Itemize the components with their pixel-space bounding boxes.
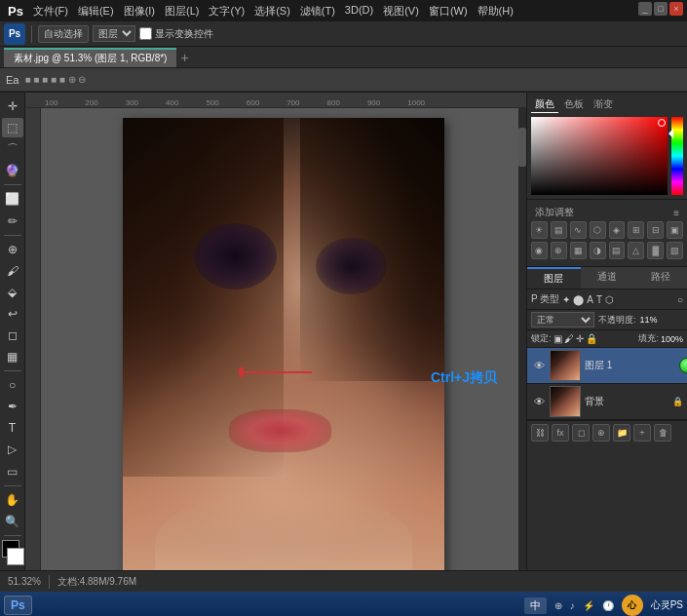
- shape-tool[interactable]: ▭: [2, 461, 23, 481]
- layer-adjustment-icon[interactable]: ⊕: [592, 424, 610, 442]
- filter-toggle[interactable]: ○: [677, 294, 683, 305]
- adj-checkbox[interactable]: ▣: [667, 221, 683, 239]
- show-transform-checkbox[interactable]: [139, 27, 152, 40]
- gradient-tool[interactable]: ▦: [2, 347, 23, 366]
- adjustments-expand[interactable]: ≡: [673, 208, 679, 218]
- fill-value[interactable]: 100%: [661, 334, 683, 344]
- taskbar-ps-label: Ps: [11, 598, 25, 612]
- adj-invert[interactable]: ◑: [590, 242, 606, 259]
- dodge-tool[interactable]: ○: [2, 375, 23, 395]
- taskbar-ps-item[interactable]: Ps: [4, 596, 32, 615]
- title-bar: Ps 文件(F) 编辑(E) 图像(I) 图层(L) 文字(Y) 选择(S) 滤…: [0, 0, 687, 21]
- pen-tool[interactable]: ✒: [2, 397, 23, 416]
- lock-all-icon[interactable]: 🔒: [586, 333, 597, 344]
- layer-1-visibility[interactable]: 👁: [531, 358, 547, 373]
- adj-curves[interactable]: ∿: [570, 221, 587, 239]
- color-hue-bar[interactable]: [671, 117, 683, 195]
- layer-mask-icon[interactable]: ◻: [572, 424, 590, 442]
- adj-selective-color[interactable]: ▧: [667, 242, 683, 259]
- lock-position-icon[interactable]: ✛: [576, 333, 584, 344]
- selection-tool[interactable]: ⬚: [2, 118, 23, 137]
- taskbar-ime[interactable]: 中: [524, 597, 547, 614]
- menu-text[interactable]: 文字(Y): [205, 4, 248, 19]
- color-gradient[interactable]: [531, 117, 668, 195]
- filter-icon-5[interactable]: ⬡: [605, 294, 614, 305]
- quick-select-tool[interactable]: 🔮: [2, 161, 23, 180]
- canvas-content[interactable]: [41, 108, 526, 570]
- adj-threshold[interactable]: △: [628, 242, 644, 259]
- menu-layer[interactable]: 图层(L): [161, 4, 203, 19]
- tab-paths[interactable]: 路径: [633, 267, 687, 289]
- brush-tool[interactable]: 🖌: [2, 261, 23, 281]
- filter-icon-3[interactable]: A: [587, 294, 593, 305]
- layer-item-1[interactable]: 👁 图层 1: [527, 348, 687, 384]
- color-picker-area[interactable]: [0, 540, 25, 566]
- minimize-button[interactable]: _: [638, 2, 652, 16]
- menu-window[interactable]: 窗口(W): [425, 4, 472, 19]
- layer-background[interactable]: 👁 背景 🔒: [527, 384, 687, 420]
- menu-filter[interactable]: 滤镜(T): [296, 4, 339, 19]
- filter-icon-4[interactable]: T: [596, 294, 602, 305]
- eyedropper-tool[interactable]: ✏: [2, 211, 23, 230]
- menu-help[interactable]: 帮助(H): [474, 4, 517, 19]
- stamp-tool[interactable]: ⬙: [2, 283, 23, 302]
- tab-channels[interactable]: 通道: [581, 267, 634, 289]
- text-tool[interactable]: T: [2, 418, 23, 438]
- layer-new-icon[interactable]: +: [633, 424, 651, 442]
- adj-color-balance[interactable]: ⊟: [647, 221, 664, 239]
- adj-exposure[interactable]: ⬡: [590, 221, 606, 239]
- adj-brightness[interactable]: ☀: [531, 221, 548, 239]
- adj-levels[interactable]: ▤: [551, 221, 567, 239]
- adj-channel-mixer[interactable]: ⊕: [551, 242, 567, 259]
- menu-select[interactable]: 选择(S): [250, 4, 294, 19]
- background-color[interactable]: [7, 548, 24, 565]
- layer-link-icon[interactable]: ⛓: [531, 424, 549, 442]
- layer-group-icon[interactable]: 📁: [613, 424, 630, 442]
- filter-icon-1[interactable]: ✦: [562, 294, 570, 305]
- adjustments-row-1: ☀ ▤ ∿ ⬡ ◈ ⊞ ⊟ ▣: [531, 221, 683, 239]
- menu-3d[interactable]: 3D(D): [341, 4, 377, 19]
- vertical-scrollbar[interactable]: [518, 108, 526, 570]
- new-tab-button[interactable]: +: [180, 50, 188, 65]
- close-button[interactable]: ×: [669, 2, 683, 16]
- lock-image-icon[interactable]: 🖌: [564, 333, 574, 344]
- tab-layers[interactable]: 图层: [527, 267, 581, 289]
- auto-select-dropdown[interactable]: 图层: [93, 25, 135, 42]
- healing-tool[interactable]: ⊕: [2, 239, 23, 258]
- layer-delete-icon[interactable]: 🗑: [654, 424, 671, 442]
- eraser-tool[interactable]: ◻: [2, 326, 23, 345]
- menu-file[interactable]: 文件(F): [29, 4, 72, 19]
- blend-mode-select[interactable]: 正常: [531, 312, 594, 327]
- filter-icon-2[interactable]: ⬤: [573, 294, 584, 305]
- window-controls[interactable]: _ □ ×: [638, 2, 683, 16]
- history-brush[interactable]: ↩: [2, 304, 23, 324]
- crop-tool[interactable]: ⬜: [2, 189, 23, 209]
- menu-edit[interactable]: 编辑(E): [74, 4, 118, 19]
- scrollbar-thumb[interactable]: [518, 128, 526, 167]
- adj-gradient-map[interactable]: ▓: [647, 242, 664, 259]
- lock-transparent-icon[interactable]: ▣: [553, 333, 562, 344]
- opacity-value[interactable]: 11%: [640, 315, 658, 325]
- document-tab[interactable]: 素材.jpg @ 51.3% (图层 1, RGB/8*): [4, 48, 176, 67]
- tab-swatches[interactable]: 色板: [560, 96, 588, 113]
- adj-color-lookup[interactable]: ▦: [570, 242, 587, 259]
- tab-color[interactable]: 颜色: [531, 96, 558, 113]
- maximize-button[interactable]: □: [654, 2, 668, 16]
- adj-vibrance[interactable]: ◈: [609, 221, 626, 239]
- adj-posterize[interactable]: ▤: [609, 242, 626, 259]
- lasso-tool[interactable]: ⌒: [2, 139, 23, 159]
- adjustments-section: 添加调整 ≡ ☀ ▤ ∿ ⬡ ◈ ⊞ ⊟ ▣ ◉ ⊕ ▦ ◑ ▤ △ ▓: [527, 200, 687, 267]
- hand-tool[interactable]: ✋: [2, 489, 23, 509]
- adj-hue[interactable]: ⊞: [628, 221, 644, 239]
- layer-bg-visibility[interactable]: 👁: [531, 394, 547, 409]
- move-tool[interactable]: ✛: [2, 96, 23, 116]
- layer-style-icon[interactable]: fx: [552, 424, 569, 442]
- layer-1-name: 图层 1: [585, 359, 683, 372]
- zoom-tool[interactable]: 🔍: [2, 512, 23, 531]
- menu-image[interactable]: 图像(I): [120, 4, 159, 19]
- tab-gradient[interactable]: 渐变: [590, 96, 617, 113]
- auto-select-btn[interactable]: 自动选择: [38, 25, 89, 43]
- adj-photo-filter[interactable]: ◉: [531, 242, 548, 259]
- menu-view[interactable]: 视图(V): [379, 4, 423, 19]
- path-select-tool[interactable]: ▷: [2, 440, 23, 459]
